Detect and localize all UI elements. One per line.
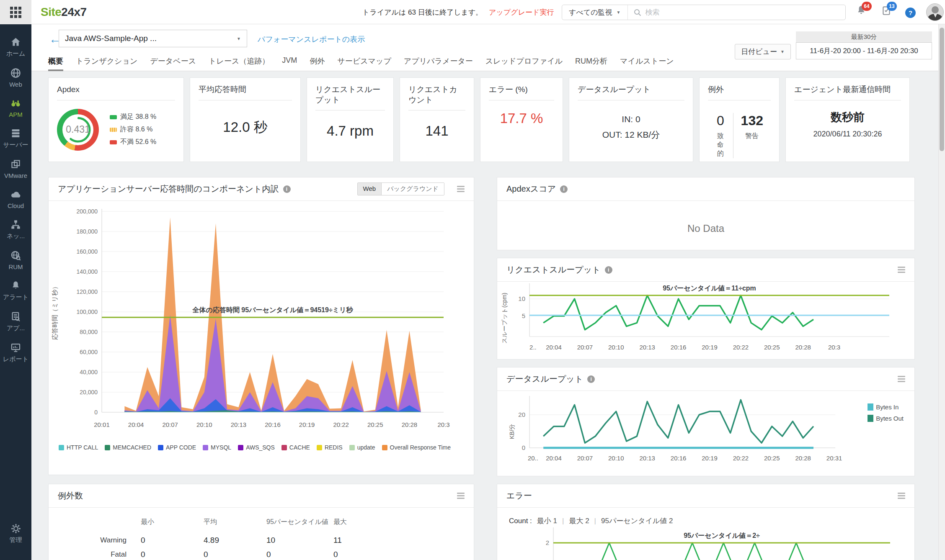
card-title: エラー (%) [489,85,554,95]
toggle-background[interactable]: バックグラウンド [382,183,444,195]
hamburger-menu-icon[interactable] [898,376,905,383]
hamburger-menu-icon[interactable] [898,493,905,500]
sidebar-item-network[interactable]: ネッ... [0,214,31,245]
scrollbar-thumb[interactable] [940,28,944,151]
tab-スレッドプロファイル[interactable]: スレッドプロファイル [485,54,563,71]
agent-ago-value: 数秒前 [794,110,901,125]
user-avatar[interactable] [926,3,944,21]
svg-text:5: 5 [522,312,525,319]
performance-report-link[interactable]: パフォーマンスレポートの表示 [258,34,365,44]
table-cell: 10 [266,533,333,547]
sidebar-item-rum-globe[interactable]: RUM [0,245,31,275]
table-col-header: 平均 [204,518,266,533]
tab-アプリパラメーター[interactable]: アプリパラメーター [404,54,473,71]
legend-swatch [868,415,873,422]
tab-トレース（追跡）[interactable]: トレース（追跡） [209,54,269,71]
svg-text:全体の応答時間 95パーセンタイル値＝94519÷ミリ秒: 全体の応答時間 95パーセンタイル値＝94519÷ミリ秒 [192,306,354,313]
logo-prefix: Site [41,5,61,18]
sidebar: ホームWebAPMサーバーVMwareCloudネッ...RUMアラートアプ..… [0,0,31,560]
tab-サービスマップ[interactable]: サービスマップ [337,54,391,71]
date-view-button[interactable]: 日付ビュー ▼ [735,44,791,59]
svg-text:20:04: 20:04 [546,344,562,351]
legend-item[interactable]: MYSQL [203,444,231,451]
time-range-value[interactable]: 11-6月-20 20:00 - 11-6月-20 20:30 [796,42,932,59]
legend-item[interactable]: MEMCACHED [105,444,151,451]
panel-title: 例外数 [58,490,83,501]
tab-RUM分析[interactable]: RUM分析 [575,54,607,71]
app-selector-dropdown[interactable]: Java AWS-Sample-App ... ▼ [59,30,247,47]
legend-item[interactable]: REDIS [317,444,343,451]
site24x7-logo[interactable]: Site24x7 [41,5,87,19]
sidebar-item-vmware[interactable]: VMware [0,154,31,184]
svg-text:20..: 20.. [528,455,538,462]
sidebar-item-label: ネッ... [7,232,25,240]
app-logs-icon [10,311,21,322]
svg-text:20:25: 20:25 [764,455,780,462]
search-input[interactable]: 検索 [628,8,846,17]
info-icon[interactable]: i [560,185,568,193]
legend-item[interactable]: CACHE [281,444,310,451]
sidebar-item-binoculars[interactable]: APM [0,93,31,123]
vertical-scrollbar[interactable] [938,24,945,560]
hamburger-menu-icon[interactable] [457,186,465,193]
info-icon[interactable]: i [605,266,612,274]
table-cell: 0 [141,533,204,547]
legend-item[interactable]: Overall Response Time [382,444,451,451]
legend-swatch [110,128,117,132]
sidebar-item-app-logs[interactable]: アプ... [0,306,31,337]
info-icon[interactable]: i [587,375,595,383]
chevron-down-icon: ▼ [237,36,241,41]
sidebar-item-globe[interactable]: Web [0,63,31,93]
legend-item[interactable]: Bytes In [868,403,904,411]
legend-label: update [357,444,375,451]
table-header-row: 最小平均95パーセンタイル値最大 [78,518,396,533]
svg-text:20:04: 20:04 [546,455,562,462]
help-button[interactable]: ? [905,8,916,18]
apps-grid-button[interactable] [0,0,31,24]
upgrade-link[interactable]: アップグレード実行 [489,8,554,16]
web-background-toggle: Web バックグラウンド [357,182,444,195]
panel-apdex-score: Apdexスコア i No Data [497,177,915,250]
legend-item[interactable]: HTTP CALL [59,444,98,451]
card-exceptions: 例外 0 致命的 132 警告 [699,77,780,162]
app-header: ← Java AWS-Sample-App ... ▼ パフォーマンスレポートの… [31,24,938,71]
tab-JVM[interactable]: JVM [282,54,297,71]
legend-item[interactable]: AWS_SQS [238,444,275,451]
svg-text:20:16: 20:16 [265,421,281,428]
tab-概要[interactable]: 概要 [48,54,63,71]
tab-トランザクション[interactable]: トランザクション [76,54,137,71]
chevron-down-icon: ▼ [780,49,785,54]
monitor-scope-dropdown[interactable]: すべての監視 ▼ [562,5,628,20]
toggle-web[interactable]: Web [358,183,382,195]
info-icon[interactable]: i [283,185,291,193]
data-throughput-values: IN: 0 OUT: 12 KB/分 [578,111,684,143]
panel-request-throughput: リクエストスループット i 5102..20:0420:0720:1020:13… [497,258,915,360]
legend-item[interactable]: update [349,444,375,451]
card-title: 例外 [708,85,771,95]
legend-item[interactable]: Bytes Out [868,415,904,422]
sidebar-item-alert-bell[interactable]: アラート [0,275,31,306]
svg-text:2: 2 [546,539,549,546]
warning-label: 警告 [741,132,763,141]
gear-icon [10,523,21,534]
time-range-title: 最新30分 [796,31,932,42]
table-cell: 4.89 [204,533,266,547]
sidebar-item-label: 管理 [10,536,22,544]
sidebar-item-server[interactable]: サーバー [0,123,31,154]
legend-item[interactable]: APP CODE [158,444,196,451]
sidebar-item-cloud[interactable]: Cloud [0,184,31,214]
tasks-button[interactable]: 13 [881,5,895,19]
sidebar-item-report[interactable]: レポート [0,337,31,368]
hamburger-menu-icon[interactable] [898,267,905,274]
tab-マイルストーン[interactable]: マイルストーン [620,54,674,71]
y-axis-label: スループット(cpm) [501,293,509,343]
tab-データベース[interactable]: データベース [150,54,196,71]
hamburger-menu-icon[interactable] [457,493,465,500]
search-icon [634,9,641,16]
tab-bar: 概要トランザクションデータベーストレース（追跡）JVM例外サービスマップアプリパ… [48,54,645,71]
sidebar-item-admin[interactable]: 管理 [0,523,31,560]
svg-text:20:28: 20:28 [402,421,418,428]
alerts-button[interactable]: 64 [856,5,870,19]
sidebar-item-home[interactable]: ホーム [0,32,31,63]
tab-例外[interactable]: 例外 [310,54,325,71]
